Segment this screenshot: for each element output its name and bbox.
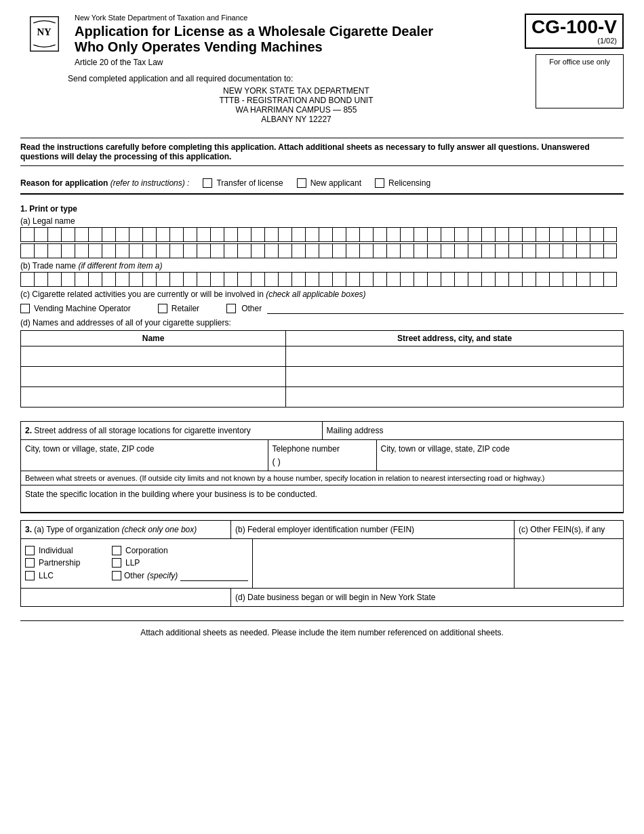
char-cell[interactable] [386, 272, 400, 287]
char-cell[interactable] [169, 243, 183, 258]
char-cell[interactable] [400, 272, 414, 287]
char-cell[interactable] [88, 243, 102, 258]
char-cell[interactable] [115, 243, 129, 258]
char-cell[interactable] [169, 272, 183, 287]
char-cell[interactable] [197, 243, 210, 258]
new-applicant-checkbox[interactable] [297, 178, 306, 188]
section2-specific-location[interactable]: State the specific location in the build… [21, 485, 623, 513]
char-cell[interactable] [129, 272, 142, 287]
char-cell[interactable] [319, 227, 332, 242]
char-cell[interactable] [278, 243, 291, 258]
char-cell[interactable] [373, 243, 386, 258]
char-cell[interactable] [603, 272, 617, 287]
char-cell[interactable] [359, 227, 373, 242]
char-cell[interactable] [549, 227, 563, 242]
char-cell[interactable] [34, 272, 47, 287]
supplier-name-1[interactable] [21, 346, 286, 367]
specify-underline[interactable] [180, 570, 248, 581]
char-cell[interactable] [47, 272, 61, 287]
supplier-row-1[interactable] [21, 346, 624, 367]
char-cell[interactable] [414, 272, 427, 287]
other-underline[interactable] [267, 303, 624, 314]
char-cell[interactable] [346, 243, 359, 258]
char-cell[interactable] [251, 227, 264, 242]
char-cell[interactable] [414, 227, 427, 242]
char-cell[interactable] [183, 227, 197, 242]
date-right[interactable]: (d) Date business began or will begin in… [231, 589, 623, 606]
char-cell[interactable] [115, 272, 129, 287]
char-cell[interactable] [454, 243, 468, 258]
char-cell[interactable] [346, 272, 359, 287]
supplier-name-3[interactable] [21, 387, 286, 408]
char-cell[interactable] [20, 243, 34, 258]
char-cell[interactable] [156, 243, 169, 258]
char-cell[interactable] [34, 243, 47, 258]
char-cell[interactable] [590, 272, 603, 287]
char-cell[interactable] [481, 272, 495, 287]
char-cell[interactable] [210, 272, 224, 287]
char-cell[interactable] [522, 272, 536, 287]
char-cell[interactable] [576, 227, 590, 242]
char-cell[interactable] [237, 243, 251, 258]
supplier-address-1[interactable] [286, 346, 624, 367]
other-org-option[interactable]: Other (specify) [112, 570, 248, 581]
char-cell[interactable] [61, 243, 75, 258]
char-cell[interactable] [291, 243, 305, 258]
char-cell[interactable] [251, 243, 264, 258]
char-cell[interactable] [603, 243, 617, 258]
char-cell[interactable] [224, 227, 237, 242]
char-cell[interactable] [427, 272, 441, 287]
supplier-row-2[interactable] [21, 367, 624, 387]
transfer-checkbox[interactable] [203, 178, 212, 188]
partnership-checkbox[interactable] [25, 558, 35, 568]
char-cell[interactable] [468, 243, 481, 258]
char-cell[interactable] [75, 272, 88, 287]
char-cell[interactable] [197, 227, 210, 242]
other-org-checkbox[interactable] [112, 571, 121, 580]
trade-name-grid[interactable] [20, 272, 624, 287]
char-cell[interactable] [536, 243, 549, 258]
char-cell[interactable] [237, 227, 251, 242]
char-cell[interactable] [156, 272, 169, 287]
char-cell[interactable] [508, 227, 522, 242]
other-checkbox[interactable] [226, 304, 236, 313]
char-cell[interactable] [305, 243, 319, 258]
char-cell[interactable] [427, 243, 441, 258]
char-cell[interactable] [454, 272, 468, 287]
char-cell[interactable] [386, 227, 400, 242]
char-cell[interactable] [210, 243, 224, 258]
char-cell[interactable] [495, 243, 508, 258]
vending-machine-checkbox[interactable] [20, 304, 30, 313]
char-cell[interactable] [576, 243, 590, 258]
llc-option[interactable]: LLC [25, 571, 106, 580]
vending-machine-option[interactable]: Vending Machine Operator [20, 304, 131, 313]
char-cell[interactable] [20, 272, 34, 287]
char-cell[interactable] [549, 272, 563, 287]
char-cell[interactable] [88, 227, 102, 242]
char-cell[interactable] [441, 272, 454, 287]
section2-city-right[interactable]: City, town or village, state, ZIP code [377, 440, 624, 471]
char-cell[interactable] [576, 272, 590, 287]
char-cell[interactable] [481, 243, 495, 258]
char-cell[interactable] [278, 227, 291, 242]
char-cell[interactable] [88, 272, 102, 287]
char-cell[interactable] [495, 272, 508, 287]
partnership-option[interactable]: Partnership [25, 558, 106, 568]
char-cell[interactable] [414, 243, 427, 258]
char-cell[interactable] [332, 243, 346, 258]
transfer-option[interactable]: Transfer of license [203, 178, 283, 188]
char-cell[interactable] [237, 272, 251, 287]
char-cell[interactable] [264, 243, 278, 258]
char-cell[interactable] [359, 243, 373, 258]
char-cell[interactable] [603, 227, 617, 242]
char-cell[interactable] [75, 243, 88, 258]
char-cell[interactable] [590, 227, 603, 242]
char-cell[interactable] [536, 272, 549, 287]
char-cell[interactable] [129, 243, 142, 258]
char-cell[interactable] [563, 227, 576, 242]
char-cell[interactable] [522, 227, 536, 242]
char-cell[interactable] [264, 227, 278, 242]
char-cell[interactable] [142, 272, 156, 287]
char-cell[interactable] [454, 227, 468, 242]
supplier-address-2[interactable] [286, 367, 624, 387]
